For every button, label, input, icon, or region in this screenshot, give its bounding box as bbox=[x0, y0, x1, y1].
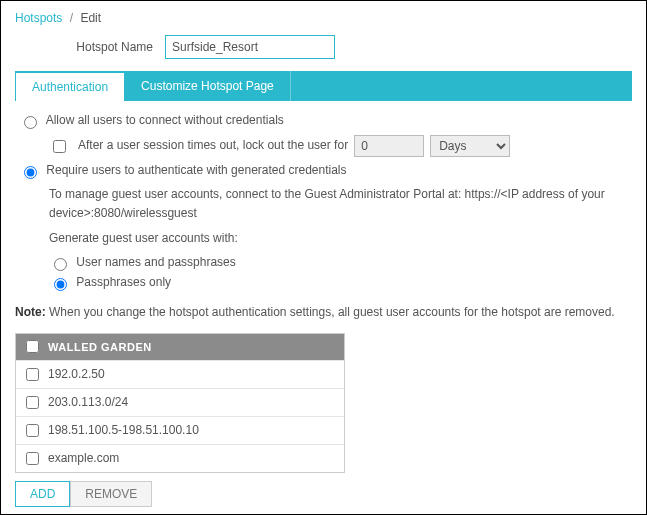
opt-passonly-label: Passphrases only bbox=[76, 275, 171, 289]
radio-allow-all[interactable] bbox=[24, 116, 37, 129]
table-row[interactable]: example.com bbox=[16, 444, 344, 472]
hotspot-name-input[interactable] bbox=[165, 35, 335, 59]
tab-customize[interactable]: Customize Hotspot Page bbox=[125, 71, 291, 101]
walled-garden-table: WALLED GARDEN 192.0.2.50 203.0.113.0/24 … bbox=[15, 333, 345, 473]
breadcrumb: Hotspots / Edit bbox=[15, 11, 632, 25]
radio-passonly[interactable] bbox=[54, 278, 67, 291]
remove-button[interactable]: REMOVE bbox=[70, 481, 152, 507]
note: Note: When you change the hotspot authen… bbox=[15, 305, 632, 319]
opt-require-label: Require users to authenticate with gener… bbox=[46, 163, 346, 177]
table-row[interactable]: 192.0.2.50 bbox=[16, 360, 344, 388]
tab-authentication[interactable]: Authentication bbox=[15, 71, 125, 101]
breadcrumb-sep: / bbox=[70, 11, 73, 25]
table-select-all[interactable] bbox=[26, 340, 39, 353]
breadcrumb-current: Edit bbox=[80, 11, 101, 25]
table-header: WALLED GARDEN bbox=[48, 341, 152, 353]
manage-text: To manage guest user accounts, connect t… bbox=[49, 185, 632, 223]
table-row[interactable]: 198.51.100.5-198.51.100.10 bbox=[16, 416, 344, 444]
opt-allow-all-label: Allow all users to connect without crede… bbox=[46, 113, 284, 127]
table-row[interactable]: 203.0.113.0/24 bbox=[16, 388, 344, 416]
opt-userpass-label: User names and passphrases bbox=[76, 255, 235, 269]
lockout-label: After a user session times out, lock out… bbox=[78, 136, 348, 155]
radio-userpass[interactable] bbox=[54, 258, 67, 271]
opt-allow-all[interactable]: Allow all users to connect without crede… bbox=[19, 113, 284, 127]
breadcrumb-root[interactable]: Hotspots bbox=[15, 11, 62, 25]
radio-require-auth[interactable] bbox=[24, 166, 37, 179]
generate-label: Generate guest user accounts with: bbox=[49, 229, 632, 248]
tabstrip: Authentication Customize Hotspot Page bbox=[15, 71, 632, 101]
note-label: Note: bbox=[15, 305, 46, 319]
note-text: When you change the hotspot authenticati… bbox=[49, 305, 615, 319]
checkbox-lockout[interactable] bbox=[53, 140, 66, 153]
row-checkbox[interactable] bbox=[26, 452, 39, 465]
lockout-value-input[interactable] bbox=[354, 135, 424, 157]
add-button[interactable]: ADD bbox=[15, 481, 70, 507]
opt-userpass[interactable]: User names and passphrases bbox=[49, 255, 236, 269]
lockout-unit-select[interactable]: Days bbox=[430, 135, 510, 157]
row-value: 203.0.113.0/24 bbox=[48, 395, 128, 409]
opt-require-auth[interactable]: Require users to authenticate with gener… bbox=[19, 163, 347, 177]
opt-passonly[interactable]: Passphrases only bbox=[49, 275, 171, 289]
row-checkbox[interactable] bbox=[26, 424, 39, 437]
row-checkbox[interactable] bbox=[26, 368, 39, 381]
hotspot-name-label: Hotspot Name bbox=[15, 40, 165, 54]
row-value: example.com bbox=[48, 451, 119, 465]
row-checkbox[interactable] bbox=[26, 396, 39, 409]
row-value: 192.0.2.50 bbox=[48, 367, 105, 381]
row-value: 198.51.100.5-198.51.100.10 bbox=[48, 423, 199, 437]
